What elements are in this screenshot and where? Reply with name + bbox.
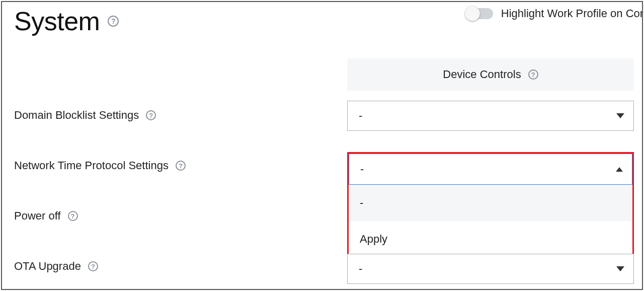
page-title: System: [14, 6, 100, 36]
ntp-selected: -: [360, 163, 364, 176]
ota-upgrade-label-row: OTA Upgrade ?: [14, 260, 98, 273]
ntp-label-row: Network Time Protocol Settings ?: [14, 159, 186, 172]
chevron-down-icon: [616, 113, 624, 118]
domain-blocklist-label-row: Domain Blocklist Settings ?: [14, 109, 156, 122]
ota-upgrade-selected: -: [359, 262, 362, 275]
ntp-select[interactable]: -: [349, 154, 632, 185]
domain-blocklist-label: Domain Blocklist Settings: [14, 109, 139, 122]
highlight-work-profile-row: Highlight Work Profile on Con: [466, 7, 643, 20]
device-controls-header: Device Controls ?: [347, 58, 634, 91]
ota-upgrade-label: OTA Upgrade: [14, 260, 81, 273]
ntp-option-label: Apply: [360, 233, 387, 246]
help-icon[interactable]: ?: [68, 211, 78, 221]
ntp-select-group: - - Apply: [347, 152, 634, 259]
ota-upgrade-select[interactable]: -: [347, 254, 634, 284]
ntp-option-label: -: [360, 196, 363, 209]
chevron-up-icon: [616, 167, 623, 172]
device-controls-label: Device Controls: [443, 68, 521, 81]
highlight-work-profile-label: Highlight Work Profile on Con: [501, 7, 643, 20]
ntp-option-apply[interactable]: Apply: [349, 221, 632, 257]
power-off-label: Power off: [14, 209, 61, 223]
chevron-down-icon: [616, 266, 624, 271]
help-icon[interactable]: ?: [88, 261, 98, 271]
ntp-option-dash[interactable]: -: [349, 185, 632, 221]
ntp-label: Network Time Protocol Settings: [14, 159, 169, 172]
help-icon[interactable]: ?: [528, 69, 538, 80]
system-settings-page: System ? Highlight Work Profile on Con D…: [1, 1, 643, 290]
help-icon[interactable]: ?: [146, 110, 156, 120]
power-off-label-row: Power off ?: [14, 209, 78, 223]
ntp-options-list: - Apply: [349, 185, 632, 257]
highlight-work-profile-toggle[interactable]: [466, 8, 493, 19]
domain-blocklist-select[interactable]: -: [347, 101, 634, 131]
domain-blocklist-selected: -: [359, 109, 362, 122]
help-icon[interactable]: ?: [176, 161, 186, 171]
help-icon[interactable]: ?: [108, 16, 119, 27]
page-title-row: System ?: [14, 6, 119, 36]
